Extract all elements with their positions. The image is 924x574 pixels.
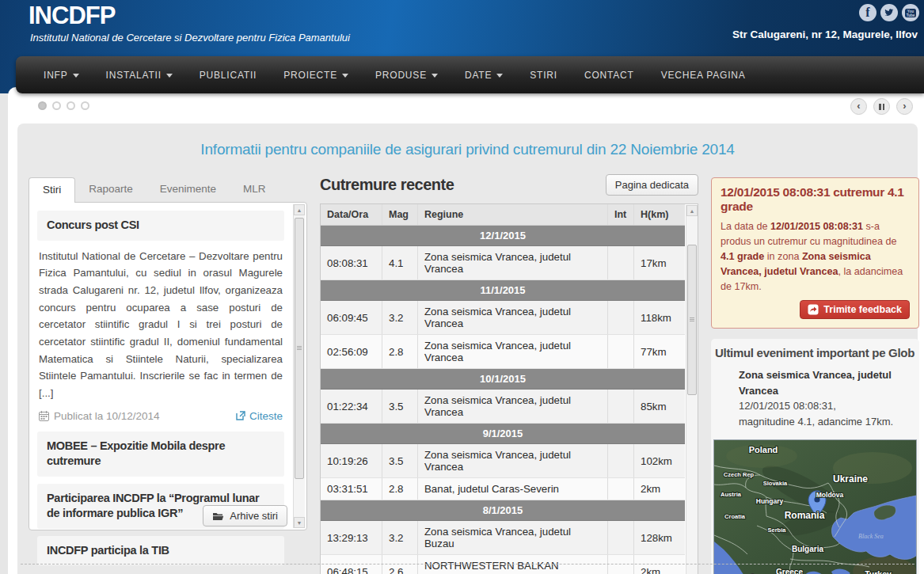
carousel-bar [17,97,918,120]
carousel-dots [38,101,89,110]
map-label-romania: Romania [785,510,825,521]
carousel-dot-2[interactable] [52,101,61,110]
earthquakes-section: Cutremure recente Pagina dedicata Data/O… [320,177,698,574]
site-header: INCDFP Institutul National de Cercetare … [0,0,924,93]
site-logo[interactable]: INCDFP [29,2,115,30]
send-feedback-button[interactable]: Trimite feedback [800,300,910,319]
nav-item-stiri[interactable]: STIRI [516,56,571,93]
nav-item-proiecte[interactable]: PROIECTE [270,56,362,93]
earthquakes-table: Data/Ora Mag Regiune Int H(km) 12/1/2015… [320,203,698,574]
scrollbar-thumb[interactable] [295,218,304,479]
chevron-down-icon [432,74,438,78]
nav-item-produse[interactable]: PRODUSE [362,56,451,93]
news-item-title[interactable]: INCDFP participa la TIB [37,536,284,566]
global-event-details: Zona seismica Vrancea, judetul Vrancea 1… [739,367,917,429]
table-date-group: 8/1/2015 [321,500,685,521]
nav-item-date[interactable]: DATE [451,56,516,93]
facebook-icon[interactable]: f [859,4,876,21]
news-item-body: Institutul National de Cercetare – Dezvo… [39,248,283,402]
alert-title: 12/01/2015 08:08:31 cutremur 4.1 grade [721,185,910,214]
content-container: Informatii pentru companiile de asigurar… [8,87,924,574]
table-row[interactable]: 06:48:152.6 NORTHWESTERN BALKAN REGION 2… [321,555,685,574]
carousel-pause-icon[interactable] [873,98,890,115]
scroll-up-icon[interactable]: ▲ [686,205,698,216]
table-row[interactable]: 01:22:343.5 Zona seismica Vrancea, judet… [321,390,685,424]
carousel-prev-icon[interactable] [850,98,867,115]
chevron-down-icon [73,74,79,78]
twitter-icon[interactable] [880,4,898,21]
scroll-down-icon[interactable]: ▼ [294,517,305,528]
event-map[interactable]: Poland Czech Rep Slovakia Austria Hungar… [713,439,917,574]
nav-item-contact[interactable]: CONTACT [571,56,648,93]
external-link-icon [236,411,245,420]
main-navbar: INFP INSTALATII PUBLICATII PROIECTE PROD… [16,56,924,93]
chevron-down-icon [496,74,503,78]
scrollbar-thumb[interactable] [687,245,697,395]
nav-item-publicatii[interactable]: PUBLICATII [186,56,270,93]
table-date-group: 10/1/2015 [321,369,685,390]
map-label-bulgaria: Bulgaria [792,545,823,553]
table-row[interactable]: 08:08:314.1 Zona seismica Vrancea, judet… [321,246,685,280]
table-row[interactable]: 06:09:453.2 Zona seismica Vrancea, judet… [321,301,685,335]
carousel-dot-4[interactable] [81,101,89,110]
tab-rapoarte[interactable]: Rapoarte [75,177,146,202]
map-label-czech: Czech Rep [724,471,755,478]
table-date-group: 12/1/2015 [321,226,685,246]
institute-address: Str Calugareni, nr 12, Magurele, Ilfov [732,29,918,40]
dedicated-page-button[interactable]: Pagina dedicata [606,174,698,196]
archive-news-button[interactable]: Arhive stiri [203,505,287,526]
news-item-title[interactable]: MOBEE – Expozitie Mobila despre cutremur… [37,431,284,477]
map-label-hungary: Hungary [756,497,784,505]
tab-evenimente[interactable]: Evenimente [146,177,230,202]
folder-icon [212,511,224,521]
global-event-heading: Ultimul eveniment important pe Glob [715,346,917,359]
map-label-greece: Greece [776,568,803,574]
map-label-croatia: Croatia [724,513,746,520]
youtube-icon[interactable]: You Tube [902,4,919,21]
chevron-down-icon [342,74,348,78]
table-row[interactable]: 02:56:092.8 Zona seismica Vrancea, judet… [321,335,685,369]
table-date-group: 9/1/2015 [321,424,685,444]
news-section: Stiri Rapoarte Evenimente MLR Concurs po… [29,177,307,574]
read-more-link[interactable]: Citeste [236,410,283,422]
carousel-next-icon[interactable] [896,98,913,115]
map-label-moldova: Moldova [816,491,844,499]
global-event-panel: Ultimul eveniment important pe Glob Zona… [711,339,919,574]
earthquake-alert: 12/01/2015 08:08:31 cutremur 4.1 grade L… [711,177,919,329]
carousel-dot-1[interactable] [38,101,47,110]
nav-item-instalatii[interactable]: INSTALATII [93,56,186,93]
map-label-austria: Austria [721,491,742,498]
news-published-date: Publicat la 10/12/2014 [39,410,160,422]
svg-text:Tube: Tube [907,13,915,17]
scroll-up-icon[interactable]: ▲ [294,204,305,215]
table-date-group: 11/1/2015 [321,280,685,301]
tab-stiri[interactable]: Stiri [29,177,75,203]
nav-item-vechea-pagina[interactable]: VECHEA PAGINA [648,56,759,93]
table-row[interactable]: 10:19:263.5 Zona seismica Vrancea, judet… [321,444,685,478]
social-links: f You Tube [859,4,919,21]
news-item-title[interactable]: Concurs post CSI [37,211,284,241]
map-label-black-sea: Black Sea [858,533,884,540]
carousel-controls [850,98,913,115]
tab-mlr[interactable]: MLR [230,177,279,202]
table-header-row: Data/Ora Mag Regiune Int H(km) [321,204,685,226]
news-scrollbar[interactable]: ▲ ▼ [293,204,305,528]
map-label-serbia: Serbia [768,526,787,534]
page-title[interactable]: Informatii pentru companiile de asigurar… [29,141,907,158]
share-icon [808,304,819,315]
news-panel: Concurs post CSI Institutul National de … [29,202,307,530]
news-tabs: Stiri Rapoarte Evenimente MLR [29,177,307,202]
map-label-poland: Poland [749,445,778,454]
table-row[interactable]: 13:29:133.2 Zona seismica Vrancea, judet… [321,521,685,555]
map-label-slovakia: Slovakia [763,480,788,487]
site-tagline: Institutul National de Cercetare si Dezv… [30,32,350,44]
map-label-turkey: Turkey [865,569,892,574]
carousel-dot-3[interactable] [67,101,75,110]
map-label-ukraine: Ukraine [833,473,868,485]
table-row[interactable]: 03:31:512.8 Banat, judetul Caras-Severin… [321,478,685,500]
table-scrollbar[interactable]: ▲ ▼ [686,205,698,574]
calendar-icon [39,411,49,421]
alert-body: La data de 12/01/2015 08:08:31 s-a produ… [721,219,910,294]
nav-item-infp[interactable]: INFP [30,56,93,93]
chevron-down-icon [166,74,173,78]
